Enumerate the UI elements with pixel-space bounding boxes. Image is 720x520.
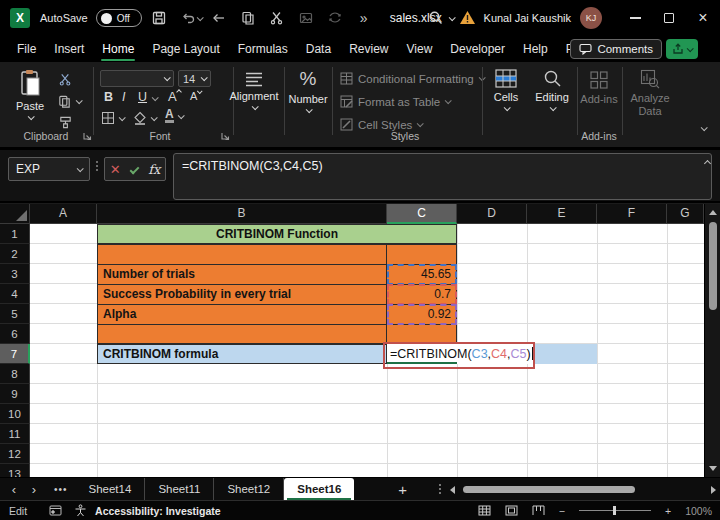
vertical-scroll-thumb[interactable] [709,222,717,310]
zoom-level[interactable]: 100% [685,505,712,517]
all-sheets-button[interactable]: ••• [54,484,68,495]
sheet-tab[interactable]: Sheet11 [145,478,214,501]
name-box[interactable]: EXP [8,157,90,181]
share-button[interactable] [666,39,698,59]
column-header-cell[interactable]: C [387,204,457,224]
normal-view-button[interactable] [478,505,491,516]
ribbon-tab[interactable]: Page Layout [143,36,228,62]
cell-c4-value[interactable]: 0.7 [387,285,456,304]
editing-button[interactable]: Editing [530,69,574,111]
ribbon-tab[interactable]: Home [93,36,143,62]
ribbon-tab[interactable]: Review [340,36,397,62]
table-row[interactable]: Number of trials 45.65 [98,265,456,285]
page-layout-view-button[interactable] [505,505,518,516]
font-name-select[interactable] [100,70,174,87]
scroll-up-icon[interactable] [709,210,717,215]
cell-b7-label[interactable]: CRITBINOM formula [97,344,387,364]
horizontal-scrollbar[interactable] [450,482,716,497]
ribbon-tab[interactable]: Insert [45,36,93,62]
column-header-cell[interactable]: D [457,204,527,224]
format-as-table-button[interactable]: Format as Table [340,95,450,108]
row-header-cell[interactable]: 4 [0,284,30,304]
italic-button[interactable]: I [122,90,125,104]
row-header-cell[interactable]: 6 [0,324,30,344]
select-all-corner[interactable] [0,204,30,224]
scroll-down-icon[interactable] [709,466,717,471]
zoom-slider-thumb[interactable] [613,506,616,515]
cells-button[interactable]: Cells [488,69,524,111]
close-button[interactable]: × [686,0,720,36]
row-header-cell[interactable]: 13 [0,464,30,477]
insert-function-button[interactable]: fx [148,162,160,177]
cut-button[interactable] [265,6,289,30]
row-header-cell[interactable]: 9 [0,384,30,404]
formula-input[interactable]: =CRITBINOM(C3,C4,C5) [173,153,712,200]
picture-button[interactable] [294,6,318,30]
ribbon-tab[interactable]: Data [297,36,340,62]
avatar[interactable]: KJ [580,7,602,29]
zoom-slider[interactable] [579,510,651,511]
underline-button[interactable]: U [138,90,147,104]
formula-bar-handle[interactable] [96,161,98,171]
zoom-out-button[interactable]: − [559,505,565,517]
table-row[interactable]: Alpha 0.92 [98,305,456,325]
clipboard-dialog-launcher[interactable] [82,131,92,141]
cell-title-b1[interactable]: CRITBINOM Function [97,224,457,244]
font-size-select[interactable]: 14 [178,70,211,87]
font-color-button[interactable]: A [165,109,183,123]
macro-record-button[interactable] [49,505,62,516]
user-name-label[interactable]: Kunal Jai Kaushik [484,12,571,24]
underline-dropdown-icon[interactable] [152,94,159,101]
save-button[interactable] [147,6,171,30]
prev-sheet-button[interactable]: ‹ [4,482,24,497]
row-header-cell[interactable]: 1 [0,224,30,244]
accessibility-status[interactable]: Accessibility: Investigate [95,505,220,517]
ribbon-tab[interactable]: Developer [441,36,514,62]
workbook-title[interactable]: sales.xlsx [390,11,454,25]
paste-button[interactable]: Paste [16,69,44,120]
excel-logo-icon[interactable]: X [10,8,30,28]
zoom-in-button[interactable]: + [665,505,671,517]
row-header-cell[interactable]: 5 [0,304,30,324]
row-header-cell[interactable]: 12 [0,444,30,464]
cell-c2[interactable] [387,245,456,264]
column-header-cell[interactable]: A [30,204,97,224]
row-header-cell[interactable]: 10 [0,404,30,424]
cell-c3-value[interactable]: 45.65 [387,265,456,284]
scroll-left-icon[interactable] [450,486,455,494]
ribbon-tab[interactable]: Help [514,36,557,62]
sheet-options-button[interactable] [439,484,441,494]
font-dialog-launcher[interactable] [220,131,230,141]
column-header-cell[interactable]: F [597,204,667,224]
sheet-tab[interactable]: Sheet16 [284,478,354,501]
column-header-cell[interactable]: G [667,204,704,224]
copy-button-ribbon[interactable] [57,94,81,109]
cell-b3-label[interactable]: Number of trials [98,265,387,284]
sheet-tab[interactable]: Sheet12 [214,478,284,501]
row-header-cell[interactable]: 3 [0,264,30,284]
collapse-ribbon-icon[interactable] [701,124,708,131]
search-button[interactable] [428,10,444,26]
enter-entry-button[interactable] [129,164,139,174]
ribbon-tab[interactable]: File [8,36,45,62]
ribbon-tab[interactable]: Formulas [229,36,297,62]
redo-button[interactable] [207,6,231,30]
table-row[interactable]: Success Probability in every trial 0.7 [98,285,456,305]
copy-button[interactable] [236,6,260,30]
borders-button[interactable] [101,111,124,125]
alignment-button[interactable]: Alignment [226,71,282,110]
number-button[interactable]: % Number [286,68,330,113]
alert-button[interactable] [459,10,475,26]
bold-button[interactable]: B [104,90,113,104]
ribbon-tab[interactable]: View [398,36,442,62]
cut-button-ribbon[interactable] [58,72,73,87]
horizontal-scroll-thumb[interactable] [463,486,635,493]
minimize-button[interactable] [618,0,652,36]
table-row[interactable] [98,245,456,265]
cell-c5-value[interactable]: 0.92 [387,305,456,324]
autosave-toggle[interactable]: Off [96,9,142,27]
new-sheet-button[interactable]: + [398,481,407,498]
sheet-tab[interactable]: Sheet14 [76,478,146,501]
grow-font-button[interactable]: A [168,89,181,104]
maximize-button[interactable] [652,0,686,36]
